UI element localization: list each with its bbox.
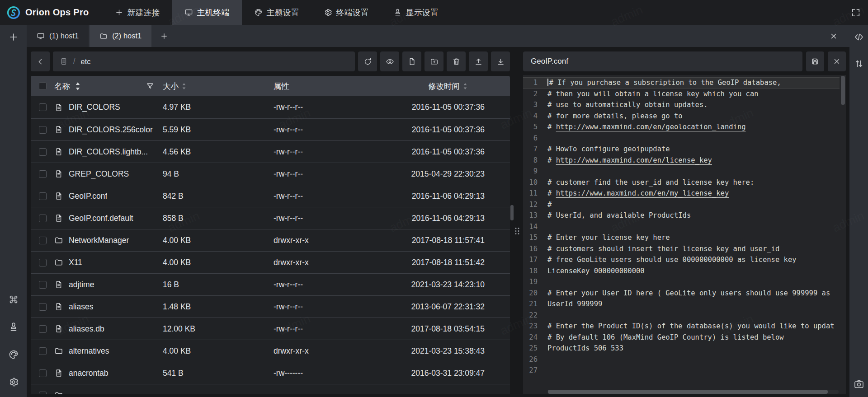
row-checkbox[interactable] <box>39 192 47 200</box>
file-name-cell: DIR_COLORS <box>54 103 163 112</box>
row-checkbox[interactable] <box>39 369 47 377</box>
table-row[interactable]: DIR_COLORS4.97 KB-rw-r--r--2016-11-05 00… <box>31 96 510 118</box>
table-row[interactable]: alternatives4.00 KBdrwxr-xr-x2021-03-23 … <box>31 340 510 362</box>
gear-icon <box>324 8 332 17</box>
row-checkbox-cell <box>31 392 54 395</box>
code-link[interactable]: http://www.maxmind.com/en/license_key <box>556 156 712 164</box>
editor-horizontal-scrollbar[interactable] <box>547 390 839 394</box>
terminal-tab-2[interactable]: (2) host1 <box>90 25 151 47</box>
file-attrs: drwxr-xr-x <box>274 236 384 245</box>
line-text <box>544 133 840 144</box>
line-number: 10 <box>523 177 544 188</box>
select-all-checkbox[interactable] <box>39 82 47 90</box>
nav-item-theme-settings[interactable]: 主题设置 <box>242 0 311 25</box>
palette-icon <box>8 349 19 360</box>
line-number: 5 <box>523 121 544 133</box>
new-folder-button[interactable] <box>425 51 443 71</box>
table-row[interactable]: X114.00 KBdrwxr-xr-x2017-08-18 11:51:42 <box>31 251 510 273</box>
doc-icon <box>54 191 63 201</box>
nav-item-display-settings[interactable]: 显示设置 <box>381 0 451 25</box>
trash-icon <box>452 57 461 66</box>
code-line: 13# UserId, and available ProductIds <box>523 210 840 221</box>
breadcrumb-path[interactable]: etc <box>80 57 90 66</box>
file-name-cell: GREP_COLORS <box>54 169 163 179</box>
code-editor[interactable]: 1# If you purchase a subscription to the… <box>523 75 846 394</box>
table-row[interactable]: GeoIP.conf842 B-rw-r--r--2016-11-06 04:2… <box>31 185 510 207</box>
file-size: 4.00 KB <box>163 236 274 245</box>
table-row[interactable]: aliases.db12.00 KB-rw-r--r--2017-08-18 0… <box>31 318 510 340</box>
nav-item-host-terminal[interactable]: 主机终端 <box>172 0 242 25</box>
rail-camera-button[interactable] <box>852 377 866 391</box>
rail-gear-button[interactable] <box>7 375 20 389</box>
table-row[interactable]: aliases1.48 KB-rw-r--r--2013-06-07 22:31… <box>31 295 510 318</box>
table-row[interactable]: DIR_COLORS.lightb...4.56 KB-rw-r--r--201… <box>31 140 510 163</box>
add-tab-button[interactable] <box>152 25 176 47</box>
editor-vertical-scrollbar[interactable] <box>841 76 845 105</box>
file-attrs: -rw-r--r-- <box>274 280 384 290</box>
row-checkbox[interactable] <box>39 103 47 111</box>
row-checkbox[interactable] <box>39 237 47 244</box>
close-panel-button[interactable] <box>828 30 840 42</box>
drag-handle-icon[interactable] <box>515 228 519 234</box>
line-text: # http://www.maxmind.com/en/license_key <box>544 155 840 166</box>
row-checkbox[interactable] <box>39 281 47 289</box>
folder-icon <box>54 236 63 245</box>
breadcrumb[interactable]: / etc <box>53 51 355 71</box>
line-number: 20 <box>523 288 544 299</box>
back-button[interactable] <box>31 51 50 71</box>
eye-button[interactable] <box>380 51 399 71</box>
row-checkbox[interactable] <box>39 392 47 395</box>
row-checkbox[interactable] <box>39 126 47 134</box>
doc-icon <box>54 214 63 223</box>
line-number: 6 <box>523 133 544 144</box>
table-row[interactable] <box>31 384 510 394</box>
code-link[interactable]: https://www.maxmind.com/en/my_license_ke… <box>556 189 729 197</box>
row-checkbox[interactable] <box>39 215 47 222</box>
new-file-button[interactable] <box>402 51 421 71</box>
rail-plus-button[interactable] <box>7 30 20 44</box>
sort-size-icon[interactable] <box>182 83 186 90</box>
editor-close-button[interactable] <box>828 51 846 71</box>
row-checkbox[interactable] <box>39 148 47 156</box>
file-name: aliases <box>69 302 93 312</box>
nav-item-new-connection[interactable]: 新建连接 <box>103 0 172 25</box>
nav-item-terminal-settings[interactable]: 终端设置 <box>311 0 381 25</box>
file-attrs: -rw-r--r-- <box>274 214 384 223</box>
panel-splitter[interactable] <box>514 47 520 397</box>
trash-button[interactable] <box>447 51 466 71</box>
rail-code-button[interactable] <box>852 30 866 44</box>
file-name-cell: GeoIP.conf.default <box>54 214 163 223</box>
filter-funnel-icon[interactable] <box>146 82 155 91</box>
row-checkbox[interactable] <box>39 325 47 333</box>
upload-button[interactable] <box>469 51 488 71</box>
row-checkbox[interactable] <box>39 303 47 311</box>
rail-command-button[interactable] <box>7 293 20 306</box>
row-checkbox[interactable] <box>39 347 47 355</box>
table-row[interactable]: DIR_COLORS.256color5.59 KB-rw-r--r--2016… <box>31 118 510 140</box>
save-button[interactable] <box>806 51 824 71</box>
file-name: DIR_COLORS.256color <box>69 125 153 135</box>
row-checkbox[interactable] <box>39 259 47 266</box>
fullscreen-button[interactable] <box>844 0 868 25</box>
rail-user-stamp-button[interactable] <box>7 320 20 334</box>
rail-swap-vertical-button[interactable] <box>852 57 866 70</box>
line-number: 21 <box>523 299 544 310</box>
table-row[interactable]: GREP_COLORS94 B-rw-r--r--2015-04-29 22:3… <box>31 163 510 185</box>
file-list-scrollbar[interactable] <box>510 205 514 220</box>
table-row[interactable]: GeoIP.conf.default858 B-rw-r--r--2016-11… <box>31 207 510 229</box>
sort-name-icon[interactable] <box>73 82 82 91</box>
doc-icon <box>54 324 63 333</box>
code-link[interactable]: http://www.maxmind.com/en/geolocation_la… <box>556 123 746 131</box>
line-number: 23 <box>523 321 544 332</box>
row-checkbox[interactable] <box>39 170 47 178</box>
table-row[interactable]: NetworkManager4.00 KBdrwxr-xr-x2017-08-1… <box>31 229 510 251</box>
sort-mtime-icon[interactable] <box>463 83 467 90</box>
breadcrumb-separator: / <box>73 57 75 65</box>
rail-palette-button[interactable] <box>7 348 20 361</box>
table-row[interactable]: adjtime16 B-rw-r--r--2021-03-23 14:23:10 <box>31 273 510 295</box>
terminal-tab-1[interactable]: (1) host1 <box>27 25 89 47</box>
download-button[interactable] <box>491 51 510 71</box>
refresh-button[interactable] <box>358 51 377 71</box>
scrollbar-thumb[interactable] <box>548 390 828 394</box>
table-row[interactable]: anacrontab541 B-rw-------2016-03-31 23:0… <box>31 362 510 384</box>
